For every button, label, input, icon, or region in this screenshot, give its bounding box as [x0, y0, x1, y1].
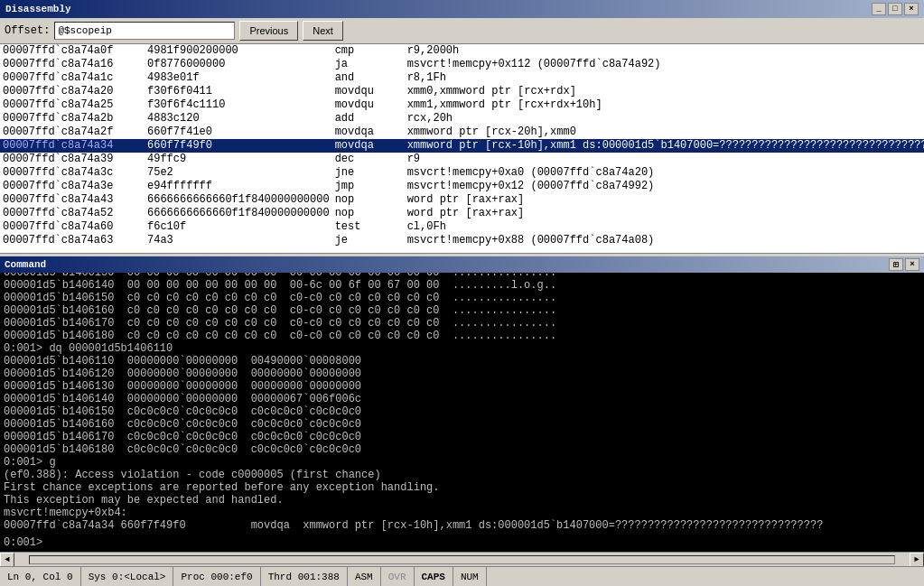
offset-input[interactable]: [54, 22, 235, 40]
list-item: 000001d5`b1406180 c0 c0 c0 c0 c0 c0 c0 c…: [4, 330, 920, 342]
command-titlebar: Command ⊞ ×: [0, 256, 924, 273]
asm-mnemonic: nop: [332, 207, 405, 220]
asm-bytes: 74a3: [145, 234, 332, 247]
list-item: 000001d5`b1406170 c0 c0 c0 c0 c0 c0 c0 c…: [4, 317, 920, 330]
list-item: First chance exceptions are reported bef…: [4, 481, 920, 494]
status-ln-col: Ln 0, Col 0: [0, 567, 81, 586]
list-item: 000001d5`b1406150 c0 c0 c0 c0 c0 c0 c0 c…: [4, 292, 920, 304]
asm-addr: 00007ffd`c8a74a39: [0, 153, 145, 166]
command-output[interactable]: 000001d5`b1406120 00 00 00 00 00 00 00 0…: [0, 273, 924, 534]
asm-mnemonic: je: [332, 234, 405, 247]
asm-bytes: f30f6f0411: [145, 85, 332, 98]
minimize-button[interactable]: _: [872, 3, 886, 15]
status-proc: Proc 000:ef0: [173, 567, 260, 586]
asm-mnemonic: and: [332, 71, 405, 85]
asm-bytes: e94fffffff: [145, 180, 332, 193]
disasm-titlebar: Disassembly _ □ ×: [0, 0, 924, 18]
command-panel: Command ⊞ × 000001d5`b1406120 00 00 00 0…: [0, 256, 924, 566]
table-row[interactable]: 00007ffd`c8a74a526666666666660f1f8400000…: [0, 207, 924, 220]
list-item: 0:001> dq 000001d5b1406110: [4, 342, 920, 355]
asm-operands: xmmword ptr [rcx-20h],xmm0: [405, 126, 924, 139]
status-bar: Ln 0, Col 0 Sys 0:<Local> Proc 000:ef0 T…: [0, 566, 924, 586]
table-row[interactable]: 00007ffd`c8a74a3ee94fffffffjmpmsvcrt!mem…: [0, 180, 924, 193]
asm-operands: r9: [405, 153, 924, 166]
asm-bytes: 660f7f49f0: [145, 139, 332, 153]
table-row[interactable]: 00007ffd`c8a74a3c75e2jnemsvcrt!memcpy+0x…: [0, 166, 924, 180]
asm-addr: 00007ffd`c8a74a0f: [0, 44, 145, 58]
asm-mnemonic: cmp: [332, 44, 405, 58]
asm-operands: xmmword ptr [rcx-10h],xmm1 ds:000001d5`b…: [405, 139, 924, 153]
table-row[interactable]: 00007ffd`c8a74a0f4981f900200000cmpr9,200…: [0, 44, 924, 58]
table-row[interactable]: 00007ffd`c8a74a60f6c10ftestcl,0Fh: [0, 220, 924, 234]
cmd-pin-button[interactable]: ⊞: [889, 258, 903, 271]
asm-bytes: 660f7f41e0: [145, 126, 332, 139]
maximize-button[interactable]: □: [888, 3, 902, 15]
status-ovr: OVR: [381, 567, 415, 586]
disasm-content[interactable]: 00007ffd`c8a74a0f4981f900200000cmpr9,200…: [0, 44, 924, 253]
table-row[interactable]: 00007ffd`c8a74a3949ffc9decr9: [0, 153, 924, 166]
table-row[interactable]: 00007ffd`c8a74a160f8776000000jamsvcrt!me…: [0, 58, 924, 71]
asm-mnemonic: jmp: [332, 180, 405, 193]
asm-operands: xmm0,xmmword ptr [rcx+rdx]: [405, 85, 924, 98]
asm-operands: msvcrt!memcpy+0x112 (00007ffd`c8a74a92): [405, 58, 924, 71]
asm-operands: msvcrt!memcpy+0x88 (00007ffd`c8a74a08): [405, 234, 924, 247]
table-row[interactable]: 00007ffd`c8a74a20f30f6f0411movdquxmm0,xm…: [0, 85, 924, 98]
asm-bytes: 0f8776000000: [145, 58, 332, 71]
table-row[interactable]: 00007ffd`c8a74a25f30f6f4c1110movdquxmm1,…: [0, 98, 924, 112]
asm-addr: 00007ffd`c8a74a16: [0, 58, 145, 71]
list-item: 0:001> g: [4, 456, 920, 469]
asm-mnemonic: movdqa: [332, 139, 405, 153]
list-item: 000001d5`b1406160 c0 c0 c0 c0 c0 c0 c0 c…: [4, 304, 920, 317]
table-row[interactable]: 00007ffd`c8a74a2b4883c120addrcx,20h: [0, 112, 924, 126]
list-item: 000001d5`b1406180 c0c0c0c0`c0c0c0c0 c0c0…: [4, 443, 920, 456]
status-sys: Sys 0:<Local>: [81, 567, 174, 586]
cmd-close-button[interactable]: ×: [905, 258, 919, 271]
table-row[interactable]: 00007ffd`c8a74a436666666666660f1f8400000…: [0, 193, 924, 207]
asm-operands: msvcrt!memcpy+0xa0 (00007ffd`c8a74a20): [405, 166, 924, 180]
list-item: 000001d5`b1406120 00000000`00000000 0000…: [4, 367, 920, 380]
disasm-title: Disassembly: [5, 4, 71, 14]
list-item: 000001d5`b1406130 00 00 00 00 00 00 00 0…: [4, 273, 920, 279]
asm-operands: r9,2000h: [405, 44, 924, 58]
command-input-row: 0:001>: [0, 534, 924, 552]
table-row[interactable]: 00007ffd`c8a74a2f660f7f41e0movdqaxmmword…: [0, 126, 924, 139]
asm-addr: 00007ffd`c8a74a34: [0, 139, 145, 153]
table-row[interactable]: 00007ffd`c8a74a1c4983e01fandr8,1Fh: [0, 71, 924, 85]
list-item: 000001d5`b1406140 00 00 00 00 00 00 00 0…: [4, 279, 920, 292]
asm-mnemonic: nop: [332, 193, 405, 207]
asm-addr: 00007ffd`c8a74a20: [0, 85, 145, 98]
asm-operands: xmm1,xmmword ptr [rcx+rdx+10h]: [405, 98, 924, 112]
asm-mnemonic: dec: [332, 153, 405, 166]
asm-bytes: f6c10f: [145, 220, 332, 234]
asm-bytes: 75e2: [145, 166, 332, 180]
close-button[interactable]: ×: [904, 3, 919, 15]
status-asm: ASM: [348, 567, 381, 586]
disasm-toolbar: Offset: Previous Next: [0, 18, 924, 44]
table-row[interactable]: 00007ffd`c8a74a34660f7f49f0movdqaxmmword…: [0, 139, 924, 153]
asm-bytes: 6666666666660f1f840000000000: [145, 207, 332, 220]
asm-mnemonic: test: [332, 220, 405, 234]
hscroll-left-arrow[interactable]: ◄: [0, 553, 14, 567]
asm-operands: word ptr [rax+rax]: [405, 193, 924, 207]
hscroll-track[interactable]: [29, 555, 895, 564]
asm-addr: 00007ffd`c8a74a3c: [0, 166, 145, 180]
asm-bytes: 4983e01f: [145, 71, 332, 85]
table-row[interactable]: 00007ffd`c8a74a6374a3jemsvcrt!memcpy+0x8…: [0, 234, 924, 247]
asm-addr: 00007ffd`c8a74a52: [0, 207, 145, 220]
asm-bytes: 6666666666660f1f840000000000: [145, 193, 332, 207]
next-button[interactable]: Next: [303, 21, 343, 41]
asm-mnemonic: movdqu: [332, 98, 405, 112]
list-item: msvcrt!memcpy+0xb4:: [4, 507, 920, 519]
asm-bytes: 4981f900200000: [145, 44, 332, 58]
list-item: This exception may be expected and handl…: [4, 494, 920, 507]
hscroll-right-arrow[interactable]: ►: [910, 553, 924, 567]
asm-addr: 00007ffd`c8a74a60: [0, 220, 145, 234]
horizontal-scrollbar[interactable]: ◄ ►: [0, 552, 924, 566]
status-num: NUM: [453, 567, 487, 586]
command-input[interactable]: [44, 536, 920, 549]
previous-button[interactable]: Previous: [239, 21, 298, 41]
asm-mnemonic: jne: [332, 166, 405, 180]
list-item: 000001d5`b1406130 00000000`00000000 0000…: [4, 380, 920, 393]
list-item: (ef0.388): Access violation - code c0000…: [4, 469, 920, 481]
asm-mnemonic: add: [332, 112, 405, 126]
